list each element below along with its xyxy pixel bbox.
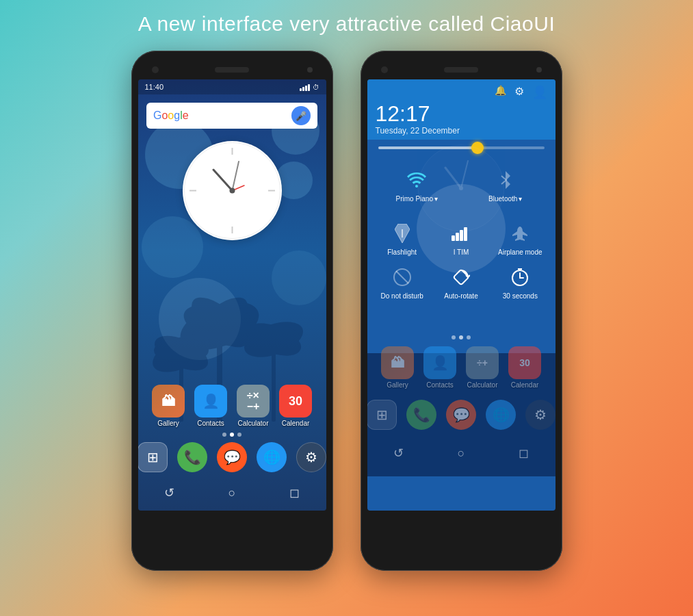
camera-right	[381, 66, 388, 73]
calculator-icon: ÷×−+	[237, 385, 270, 418]
svg-point-18	[154, 338, 209, 363]
app-icons-row1: 🏔 Gallery 👤 Contacts ÷×−+ Calculator	[152, 382, 312, 430]
notif-top-icons: 🔔 ⚙ 👤	[376, 85, 547, 100]
phone-bottom-right	[367, 511, 555, 552]
contacts-label: Contacts	[197, 420, 224, 427]
qs-wifi[interactable]: Primo Piano▾	[393, 167, 441, 203]
settings-icon[interactable]: ⚙	[514, 85, 524, 100]
dot-3	[237, 433, 241, 437]
flashlight-label: Flashlight	[387, 248, 417, 256]
svg-rect-29	[452, 235, 455, 241]
nav-home-right[interactable]: ○	[449, 441, 473, 465]
phone-left-top	[138, 60, 326, 79]
time-left: 11:40	[145, 83, 164, 91]
qs-signal[interactable]: I TIM	[437, 220, 485, 256]
bottom-nav-right: ↺ ○ ◻	[367, 435, 555, 471]
signal-icon	[300, 83, 310, 91]
app-calculator[interactable]: ÷×−+ Calculator	[237, 385, 270, 427]
phone-right-top	[367, 60, 555, 79]
qs-timer[interactable]: 30 seconds	[496, 264, 544, 300]
google-logo: Google	[153, 110, 189, 122]
clock-svg	[183, 141, 282, 240]
r-dot-3	[467, 335, 471, 339]
svg-point-8	[229, 188, 235, 194]
nav-recent-left[interactable]: ◻	[283, 480, 307, 505]
wifi-icon	[404, 167, 430, 193]
rotate-label: Auto-rotate	[444, 292, 478, 300]
r-gallery-label: Gallery	[387, 381, 408, 389]
qs-flashlight[interactable]: Flashlight	[378, 220, 426, 256]
airplane-label: Airplane mode	[498, 248, 542, 256]
volume-icon[interactable]: 🔔	[495, 85, 506, 100]
phone-left: 11:40 ⏱	[131, 51, 333, 571]
dnd-label: Do not disturb	[381, 292, 423, 300]
r-contacts-label: Contacts	[426, 381, 453, 389]
camera-left	[152, 66, 159, 73]
brightness-thumb	[471, 142, 484, 154]
bluetooth-label: Bluetooth▾	[488, 195, 522, 203]
dock-phone[interactable]: 📞	[177, 442, 207, 472]
contacts-icon: 👤	[194, 385, 227, 418]
qs-row2: Flashlight I TIM	[373, 220, 550, 256]
svg-line-34	[396, 271, 408, 283]
brightness-slider[interactable]	[378, 146, 545, 149]
r-contacts: 👤 Contacts	[423, 346, 456, 389]
search-bar[interactable]: Google 🎤	[146, 103, 317, 129]
bottom-nav-left: ↺ ○ ◻	[138, 475, 326, 511]
svg-line-25	[461, 161, 468, 188]
notif-header: 🔔 ⚙ 👤 12:17 Tuesday, 22 December	[367, 79, 555, 140]
svg-point-22	[248, 325, 300, 348]
app-calendar[interactable]: 30 Calendar	[279, 385, 312, 427]
front-cam-left	[307, 67, 313, 73]
r-cal-icon: 30	[508, 346, 541, 379]
front-cam-right	[536, 67, 542, 73]
headline: A new interface very attractive called C…	[138, 12, 555, 36]
svg-rect-31	[460, 230, 463, 241]
dock-settings[interactable]: ⚙	[296, 442, 326, 472]
signal-icon-qs	[448, 220, 474, 246]
speaker-left	[215, 67, 249, 73]
phone-right: 🔔 ⚙ 👤 12:17 Tuesday, 22 December	[361, 51, 562, 571]
app-gallery[interactable]: 🏔 Gallery	[152, 385, 185, 427]
qs-airplane[interactable]: Airplane mode	[496, 220, 544, 256]
calculator-label: Calculator	[237, 420, 268, 427]
r-dock-browser: 🌐	[486, 400, 516, 430]
svg-line-24	[445, 168, 461, 188]
nav-back-left[interactable]: ↺	[157, 480, 181, 505]
r-cal-label: Calendar	[511, 381, 539, 389]
qs-row3: Do not disturb Auto-rotate	[373, 264, 550, 300]
nav-recent-right[interactable]: ◻	[512, 441, 536, 465]
r-calc-label: Calculator	[467, 381, 497, 389]
signal-label: I TIM	[454, 248, 469, 256]
battery-icon: ⏱	[313, 84, 319, 91]
qs-grid: Primo Piano▾ Bluetooth▾	[367, 153, 555, 304]
timer-label: 30 seconds	[503, 292, 538, 300]
nav-back-right[interactable]: ↺	[386, 441, 410, 465]
qs-rotate[interactable]: Auto-rotate	[437, 264, 485, 300]
dock-browser[interactable]: 🌐	[257, 442, 287, 472]
flashlight-icon	[389, 220, 415, 246]
brightness-fill	[378, 146, 478, 149]
screen-right: 🔔 ⚙ 👤 12:17 Tuesday, 22 December	[367, 79, 555, 511]
brightness-row	[367, 140, 555, 153]
dock-icons-row: ⊞ 📞 💬 🌐 ⚙	[138, 439, 326, 475]
user-icon[interactable]: 👤	[532, 85, 547, 100]
wifi-label: Primo Piano▾	[396, 195, 438, 203]
right-dock-dots	[452, 335, 471, 339]
rotate-icon	[448, 264, 474, 290]
gallery-icon: 🏔	[152, 385, 185, 418]
dock-messages[interactable]: 💬	[217, 442, 247, 472]
r-dot-1	[452, 335, 456, 339]
r-calculator: ÷+ Calculator	[466, 346, 499, 389]
app-contacts[interactable]: 👤 Contacts	[194, 385, 227, 427]
screen-left: 11:40 ⏱	[138, 79, 326, 511]
r-calc-icon: ÷+	[466, 346, 499, 379]
nav-home-left[interactable]: ○	[220, 480, 244, 505]
qs-dnd[interactable]: Do not disturb	[378, 264, 426, 300]
dock-launcher[interactable]: ⊞	[138, 442, 168, 472]
timer-icon	[507, 264, 533, 290]
mic-button[interactable]: 🎤	[291, 106, 311, 125]
clock-widget	[183, 141, 282, 240]
r-dock-launcher: ⊞	[367, 400, 397, 430]
qs-bluetooth[interactable]: Bluetooth▾	[482, 167, 529, 203]
